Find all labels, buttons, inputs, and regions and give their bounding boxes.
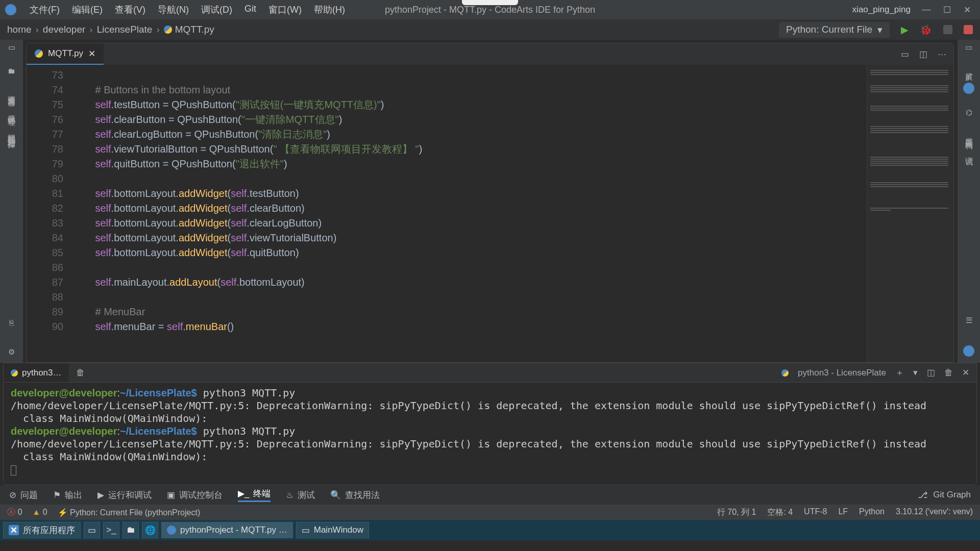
outline-icon[interactable]: ☰	[966, 316, 972, 325]
breadcrumb-part[interactable]: LicensePlate	[97, 24, 153, 35]
taskbar-apps-button[interactable]: ✕ 所有应用程序	[3, 522, 81, 538]
migrate-icon[interactable]: ⎘	[9, 318, 14, 327]
gear-icon[interactable]: ⚙	[8, 347, 15, 357]
line-number[interactable]: 77	[27, 127, 63, 142]
bottom-panel-item[interactable]: ⚑输出	[53, 489, 82, 501]
menu-item[interactable]: 导航(N)	[152, 4, 195, 16]
code-line[interactable]: self.testButton = QPushButton("测试按钮(一键填充…	[72, 97, 867, 112]
line-number[interactable]: 75	[27, 97, 63, 112]
more-icon[interactable]: ⋯	[938, 49, 946, 60]
line-number[interactable]: 85	[27, 245, 63, 260]
right-tool-label-2[interactable]: 调试	[964, 151, 974, 153]
code-line[interactable]: # Buttons in the bottom layout	[72, 83, 867, 97]
toggle-preview-icon[interactable]: ▭	[901, 49, 909, 60]
bottom-panel-item[interactable]: 🔍查找用法	[330, 489, 380, 501]
bottom-panel-item[interactable]: ▣调试控制台	[167, 489, 223, 501]
error-icon[interactable]: ⓧ	[7, 508, 15, 516]
line-number[interactable]: 81	[27, 186, 63, 201]
menu-item[interactable]: 文件(F)	[23, 4, 66, 16]
minimize-icon[interactable]: —	[922, 5, 931, 14]
line-number[interactable]: 78	[27, 142, 63, 157]
code-line[interactable]: self.clearLogButton = QPushButton("清除日志消…	[72, 127, 867, 142]
stop-button[interactable]	[964, 25, 973, 34]
menu-item[interactable]: Git	[238, 4, 262, 16]
menu-item[interactable]: 编辑(E)	[66, 4, 109, 16]
line-number[interactable]: 90	[27, 319, 63, 334]
bottom-panel-item[interactable]: ▶运行和调试	[97, 489, 152, 501]
line-number[interactable]: 87	[27, 275, 63, 290]
code-line[interactable]: self.bottomLayout.addWidget(self.testBut…	[72, 186, 867, 201]
editor-tab-mqtt[interactable]: MQTT.py ✕	[27, 43, 104, 65]
status-cursor-pos[interactable]: 行 70, 列 1	[717, 507, 756, 518]
bottom-panel-item[interactable]: ⊘问题	[9, 489, 38, 501]
right-tool-label-1[interactable]: 类层次结构	[964, 132, 974, 137]
code-line[interactable]: self.viewTutorialButton = QPushButton(" …	[72, 142, 867, 157]
status-run-config[interactable]: ⚡ Python: Current File (pythonProject)	[58, 508, 201, 517]
left-tool-label-2[interactable]: 鲲鹏代码迁移插件	[7, 128, 16, 136]
hierarchy-icon[interactable]: ⌬	[966, 108, 972, 117]
warning-icon[interactable]: ▲	[32, 508, 40, 516]
code-editor[interactable]: # Buttons in the bottom layout self.test…	[72, 65, 867, 362]
bottom-panel-item[interactable]: ▶_终端	[238, 488, 271, 502]
breadcrumb-part[interactable]: MQTT.py	[175, 24, 214, 35]
line-number[interactable]: 80	[27, 171, 63, 186]
code-line[interactable]	[72, 171, 867, 186]
status-eol[interactable]: LF	[838, 507, 848, 518]
line-number[interactable]: 86	[27, 260, 63, 275]
git-graph-button[interactable]: Git Graph	[933, 490, 971, 500]
line-number[interactable]: 79	[27, 157, 63, 171]
line-number-gutter[interactable]: 737475767778798081828384858687888990	[27, 65, 72, 362]
line-number[interactable]: 82	[27, 201, 63, 216]
line-number[interactable]: 88	[27, 290, 63, 305]
line-number[interactable]: 73	[27, 68, 63, 83]
code-line[interactable]: self.quitButton = QPushButton("退出软件")	[72, 157, 867, 171]
bottom-panel-item[interactable]: ♨测试	[286, 489, 315, 501]
menu-item[interactable]: 查看(V)	[109, 4, 152, 16]
right-toolwindow-bar[interactable]: ▭ 扩展 ⌬ 类层次结构 调试 ☰	[957, 40, 980, 363]
left-toolwindow-bar[interactable]: ▭ 🖿 资源管理器 源代码管理 鲲鹏代码迁移插件 ⎘ ⚙	[0, 40, 23, 363]
run-config-selector[interactable]: Python: Current File ▾	[779, 22, 890, 38]
error-count[interactable]: 0	[17, 508, 22, 516]
terminal-trash-icon[interactable]: 🗑	[76, 368, 85, 378]
line-number[interactable]: 76	[27, 112, 63, 127]
code-line[interactable]	[72, 290, 867, 305]
terminal-session-label[interactable]: python3 - LicensePlate	[798, 368, 886, 378]
terminal-tab[interactable]: python3…	[4, 363, 69, 382]
right-tool-label-0[interactable]: 扩展	[964, 66, 974, 68]
code-line[interactable]: self.bottomLayout.addWidget(self.clearBu…	[72, 201, 867, 216]
structure-icon[interactable]: ▭	[965, 43, 972, 52]
code-line[interactable]: self.clearButton = QPushButton("一键清除MQTT…	[72, 112, 867, 127]
close-icon[interactable]: ✕	[963, 5, 972, 14]
code-line[interactable]: self.bottomLayout.addWidget(self.clearLo…	[72, 216, 867, 231]
maximize-icon[interactable]: ☐	[942, 5, 951, 14]
debug-button[interactable]: 🐞	[920, 24, 932, 36]
breadcrumb-part[interactable]: developer	[43, 24, 85, 35]
assist-badge-icon[interactable]	[963, 83, 974, 94]
warning-count[interactable]: 0	[43, 508, 47, 516]
status-encoding[interactable]: UTF-8	[804, 507, 827, 518]
code-line[interactable]: self.menuBar = self.menuBar()	[72, 319, 867, 334]
folder-icon[interactable]: 🖿	[8, 66, 15, 75]
status-interpreter[interactable]: 3.10.12 ('venv': venv)	[896, 507, 973, 518]
terminal-split-icon[interactable]: ◫	[927, 367, 935, 378]
line-number[interactable]: 89	[27, 305, 63, 319]
run-button[interactable]: ▶	[901, 24, 909, 36]
taskbar-files-icon[interactable]: 🖿	[122, 522, 139, 538]
code-line[interactable]	[72, 260, 867, 275]
code-line[interactable]	[72, 68, 867, 83]
terminal-trash-icon-2[interactable]: 🗑	[944, 368, 953, 378]
taskbar-window-button[interactable]: ▭MainWindow	[296, 522, 369, 538]
menu-item[interactable]: 窗口(W)	[262, 4, 308, 16]
line-number[interactable]: 83	[27, 216, 63, 231]
explorer-icon[interactable]: ▭	[8, 43, 15, 52]
code-line[interactable]: self.bottomLayout.addWidget(self.quitBut…	[72, 245, 867, 260]
split-editor-icon[interactable]: ◫	[919, 49, 927, 60]
left-tool-label-1[interactable]: 源代码管理	[7, 109, 16, 114]
code-line[interactable]: self.mainLayout.addLayout(self.bottomLay…	[72, 275, 867, 290]
status-language[interactable]: Python	[859, 507, 885, 518]
taskbar-browser-icon[interactable]: 🌐	[142, 522, 158, 538]
taskbar-window-button[interactable]: pythonProject - MQTT.py …	[161, 522, 293, 538]
assist-badge-icon-2[interactable]	[963, 345, 974, 357]
line-number[interactable]: 74	[27, 83, 63, 97]
user-name[interactable]: xiao_ping_ping	[852, 5, 911, 15]
